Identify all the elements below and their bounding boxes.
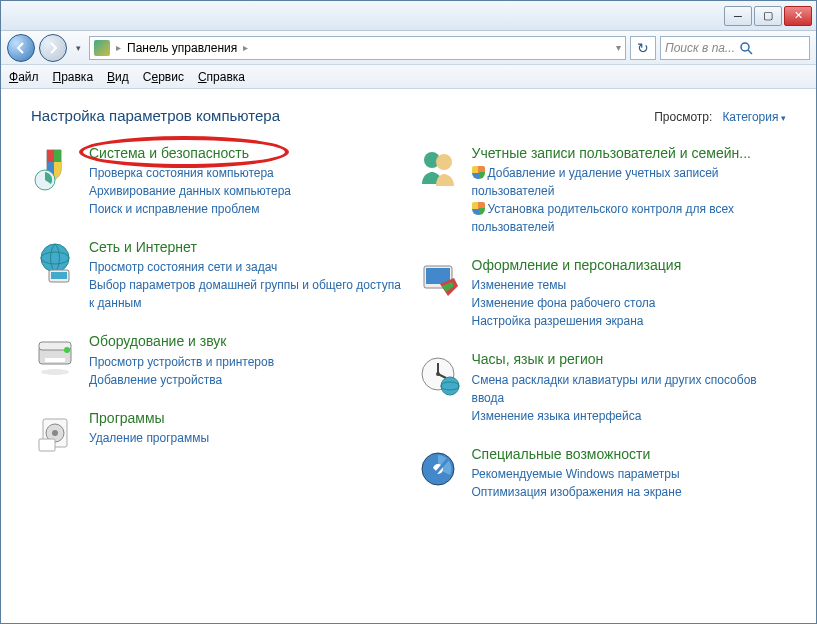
category-links: Просмотр состояния сети и задачВыбор пар… bbox=[89, 258, 404, 312]
svg-point-17 bbox=[436, 154, 452, 170]
category-link[interactable]: Добавление устройства bbox=[89, 371, 404, 389]
category-links: Изменение темыИзменение фона рабочего ст… bbox=[472, 276, 787, 330]
category-title[interactable]: Система и безопасность bbox=[89, 144, 404, 162]
svg-rect-15 bbox=[39, 439, 55, 451]
breadcrumb-sep-icon: ▸ bbox=[243, 42, 248, 53]
svg-point-3 bbox=[41, 244, 69, 272]
maximize-button[interactable]: ▢ bbox=[754, 6, 782, 26]
svg-rect-6 bbox=[51, 272, 67, 279]
close-button[interactable]: ✕ bbox=[784, 6, 812, 26]
category-item: Часы, язык и регионСмена раскладки клави… bbox=[414, 350, 787, 424]
category-body: Система и безопасностьПроверка состояния… bbox=[89, 144, 404, 218]
navigation-bar: ▾ ▸ Панель управления ▸ ▾ ↻ Поиск в па..… bbox=[1, 31, 816, 65]
svg-point-24 bbox=[441, 377, 459, 395]
heading-row: Настройка параметров компьютера Просмотр… bbox=[31, 107, 786, 124]
category-icon bbox=[31, 332, 79, 380]
category-link[interactable]: Оптимизация изображения на экране bbox=[472, 483, 787, 501]
column-right: Учетные записи пользователей и семейн...… bbox=[414, 144, 787, 501]
category-title[interactable]: Оформление и персонализация bbox=[472, 256, 787, 274]
category-item: Сеть и ИнтернетПросмотр состояния сети и… bbox=[31, 238, 404, 312]
category-link[interactable]: Изменение темы bbox=[472, 276, 787, 294]
category-title[interactable]: Сеть и Интернет bbox=[89, 238, 404, 256]
svg-point-11 bbox=[41, 369, 69, 375]
category-body: Специальные возможностиРекомендуемые Win… bbox=[472, 445, 787, 501]
menu-edit[interactable]: Правка bbox=[53, 70, 94, 84]
category-icon bbox=[414, 350, 462, 398]
svg-point-10 bbox=[64, 347, 70, 353]
category-body: Оформление и персонализацияИзменение тем… bbox=[472, 256, 787, 330]
category-item: Учетные записи пользователей и семейн...… bbox=[414, 144, 787, 236]
address-bar[interactable]: ▸ Панель управления ▸ ▾ bbox=[89, 36, 626, 60]
view-by: Просмотр: Категория bbox=[654, 110, 786, 124]
forward-button[interactable] bbox=[39, 34, 67, 62]
category-icon bbox=[414, 144, 462, 192]
category-icon bbox=[31, 238, 79, 286]
menu-file[interactable]: Файл bbox=[9, 70, 39, 84]
category-link[interactable]: Выбор параметров домашней группы и общег… bbox=[89, 276, 404, 312]
history-dropdown[interactable]: ▾ bbox=[71, 39, 85, 57]
categories-columns: Система и безопасностьПроверка состояния… bbox=[31, 144, 786, 501]
menu-view[interactable]: Вид bbox=[107, 70, 129, 84]
arrow-right-icon bbox=[46, 41, 60, 55]
category-link[interactable]: Поиск и исправление проблем bbox=[89, 200, 404, 218]
category-icon bbox=[31, 409, 79, 457]
category-links: Добавление и удаление учетных записей по… bbox=[472, 164, 787, 236]
refresh-button[interactable]: ↻ bbox=[630, 36, 656, 60]
control-panel-icon bbox=[94, 40, 110, 56]
column-left: Система и безопасностьПроверка состояния… bbox=[31, 144, 404, 501]
category-icon bbox=[414, 256, 462, 304]
category-title[interactable]: Программы bbox=[89, 409, 404, 427]
category-body: Часы, язык и регионСмена раскладки клави… bbox=[472, 350, 787, 424]
titlebar: ─ ▢ ✕ bbox=[1, 1, 816, 31]
breadcrumb-root[interactable]: Панель управления bbox=[127, 41, 237, 55]
content-area: Настройка параметров компьютера Просмотр… bbox=[1, 89, 816, 623]
category-link[interactable]: Проверка состояния компьютера bbox=[89, 164, 404, 182]
svg-point-0 bbox=[741, 43, 749, 51]
category-title[interactable]: Часы, язык и регион bbox=[472, 350, 787, 368]
search-placeholder: Поиск в па... bbox=[665, 41, 735, 55]
category-title[interactable]: Специальные возможности bbox=[472, 445, 787, 463]
category-icon bbox=[414, 445, 462, 493]
category-item: Оборудование и звукПросмотр устройств и … bbox=[31, 332, 404, 388]
category-link[interactable]: Изменение фона рабочего стола bbox=[472, 294, 787, 312]
menu-help[interactable]: Справка bbox=[198, 70, 245, 84]
category-item: Система и безопасностьПроверка состояния… bbox=[31, 144, 404, 218]
category-links: Смена раскладки клавиатуры или других сп… bbox=[472, 371, 787, 425]
menu-bar: Файл Правка Вид Сервис Справка bbox=[1, 65, 816, 89]
category-title[interactable]: Учетные записи пользователей и семейн... bbox=[472, 144, 787, 162]
category-link[interactable]: Удаление программы bbox=[89, 429, 404, 447]
arrow-left-icon bbox=[14, 41, 28, 55]
category-link[interactable]: Настройка разрешения экрана bbox=[472, 312, 787, 330]
category-item: ПрограммыУдаление программы bbox=[31, 409, 404, 457]
category-body: ПрограммыУдаление программы bbox=[89, 409, 404, 457]
category-link[interactable]: Просмотр устройств и принтеров bbox=[89, 353, 404, 371]
category-link[interactable]: Рекомендуемые Windows параметры bbox=[472, 465, 787, 483]
category-links: Удаление программы bbox=[89, 429, 404, 447]
search-icon bbox=[739, 41, 753, 55]
category-link[interactable]: Установка родительского контроля для все… bbox=[472, 200, 787, 236]
category-body: Сеть и ИнтернетПросмотр состояния сети и… bbox=[89, 238, 404, 312]
category-link[interactable]: Изменение языка интерфейса bbox=[472, 407, 787, 425]
category-body: Оборудование и звукПросмотр устройств и … bbox=[89, 332, 404, 388]
category-links: Просмотр устройств и принтеровДобавление… bbox=[89, 353, 404, 389]
control-panel-window: ─ ▢ ✕ ▾ ▸ Панель управления ▸ ▾ ↻ Поиск … bbox=[0, 0, 817, 624]
search-input[interactable]: Поиск в па... bbox=[660, 36, 810, 60]
category-title[interactable]: Оборудование и звук bbox=[89, 332, 404, 350]
address-dropdown-icon[interactable]: ▾ bbox=[616, 42, 621, 53]
svg-line-1 bbox=[748, 50, 752, 54]
category-item: Специальные возможностиРекомендуемые Win… bbox=[414, 445, 787, 501]
view-by-dropdown[interactable]: Категория bbox=[722, 110, 786, 124]
back-button[interactable] bbox=[7, 34, 35, 62]
svg-point-14 bbox=[52, 430, 58, 436]
category-link[interactable]: Просмотр состояния сети и задач bbox=[89, 258, 404, 276]
svg-rect-9 bbox=[45, 358, 65, 362]
category-link[interactable]: Добавление и удаление учетных записей по… bbox=[472, 164, 787, 200]
category-link[interactable]: Смена раскладки клавиатуры или других сп… bbox=[472, 371, 787, 407]
minimize-button[interactable]: ─ bbox=[724, 6, 752, 26]
category-links: Проверка состояния компьютераАрхивирован… bbox=[89, 164, 404, 218]
category-body: Учетные записи пользователей и семейн...… bbox=[472, 144, 787, 236]
menu-tools[interactable]: Сервис bbox=[143, 70, 184, 84]
page-title: Настройка параметров компьютера bbox=[31, 107, 280, 124]
category-links: Рекомендуемые Windows параметрыОптимизац… bbox=[472, 465, 787, 501]
category-link[interactable]: Архивирование данных компьютера bbox=[89, 182, 404, 200]
